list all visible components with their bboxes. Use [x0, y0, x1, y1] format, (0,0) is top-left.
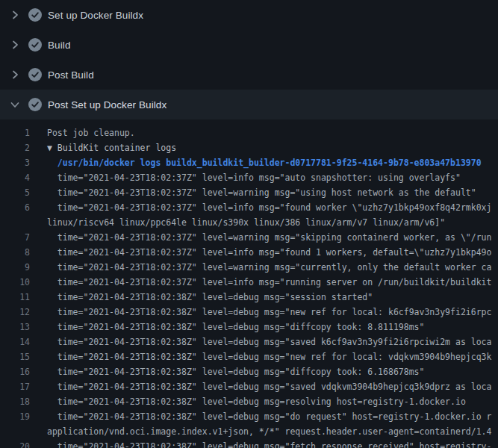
- log-line-text: time="2021-04-23T18:02:37Z" level=warnin…: [47, 185, 476, 200]
- log-line-number[interactable]: 10: [0, 275, 30, 290]
- log-line: 3 /usr/bin/docker logs buildx_buildkit_b…: [0, 155, 498, 170]
- log-line-number[interactable]: 9: [0, 260, 30, 275]
- log-line: 11 time="2021-04-23T18:02:38Z" level=deb…: [0, 290, 498, 305]
- log-line-number[interactable]: 18: [0, 394, 30, 409]
- log-line-text: time="2021-04-23T18:02:38Z" level=debug …: [47, 320, 424, 335]
- log-line-text: /usr/bin/docker logs buildx_buildkit_bui…: [47, 155, 482, 170]
- log-line: 9 time="2021-04-23T18:02:37Z" level=warn…: [0, 260, 498, 275]
- log-line: linux/riscv64 linux/ppc64le linux/s390x …: [0, 215, 498, 230]
- log-line-number[interactable]: [0, 424, 30, 439]
- log-line-text: time="2021-04-23T18:02:37Z" level=warnin…: [47, 230, 491, 245]
- log-line-number[interactable]: 1: [0, 125, 30, 140]
- log-line-text: time="2021-04-23T18:02:38Z" level=debug …: [47, 335, 491, 349]
- log-line: 7 time="2021-04-23T18:02:37Z" level=warn…: [0, 230, 498, 245]
- log-line: 4 time="2021-04-23T18:02:37Z" level=info…: [0, 170, 498, 185]
- log-line-number[interactable]: 3: [0, 155, 30, 170]
- log-line-number[interactable]: 7: [0, 230, 30, 245]
- step-row-post-setup-docker-buildx[interactable]: Post Set up Docker Buildx: [0, 90, 498, 119]
- log-line-text: time="2021-04-23T18:02:38Z" level=debug …: [47, 364, 424, 379]
- log-line-text: time="2021-04-23T18:02:37Z" level=info m…: [47, 200, 491, 215]
- log-line-number[interactable]: 16: [0, 364, 30, 379]
- log-line-text: time="2021-04-23T18:02:38Z" level=debug …: [47, 379, 491, 394]
- log-line: application/vnd.oci.image.index.v1+json,…: [0, 424, 498, 439]
- step-label: Build: [48, 40, 71, 51]
- log-line-text: time="2021-04-23T18:02:37Z" level=info m…: [47, 275, 491, 290]
- log-line-number[interactable]: 5: [0, 185, 30, 200]
- chevron-right-icon: [9, 9, 21, 21]
- log-area: 1Post job cleanup. 2▼ BuildKit container…: [0, 119, 498, 448]
- log-line-number[interactable]: 2: [0, 140, 30, 155]
- log-line-text: time="2021-04-23T18:02:37Z" level=warnin…: [47, 260, 491, 275]
- log-line: 10 time="2021-04-23T18:02:37Z" level=inf…: [0, 275, 498, 290]
- check-circle-icon: [28, 68, 42, 81]
- log-line-number[interactable]: 17: [0, 379, 30, 394]
- check-circle-icon: [28, 38, 42, 52]
- log-line-number[interactable]: 6: [0, 200, 30, 215]
- log-line: 12 time="2021-04-23T18:02:38Z" level=deb…: [0, 305, 498, 320]
- log-line-text: time="2021-04-23T18:02:38Z" level=debug …: [47, 305, 491, 320]
- log-line-number[interactable]: 20: [0, 439, 30, 448]
- log-line-text: Post job cleanup.: [47, 125, 135, 140]
- log-line-text: time="2021-04-23T18:02:38Z" level=debug …: [47, 349, 491, 364]
- log-line-number[interactable]: 11: [0, 290, 30, 305]
- steps-list: Set up Docker Buildx Build Post Build Po…: [0, 0, 498, 119]
- log-line-number[interactable]: 14: [0, 335, 30, 349]
- log-line: 8 time="2021-04-23T18:02:37Z" level=info…: [0, 245, 498, 260]
- step-row-post-build[interactable]: Post Build: [0, 60, 498, 90]
- step-label: Post Set up Docker Buildx: [48, 99, 166, 111]
- log-line-number[interactable]: 19: [0, 409, 30, 424]
- log-line-number[interactable]: 12: [0, 305, 30, 320]
- log-group-header: 2▼ BuildKit container logs: [0, 140, 498, 155]
- log-line: 17 time="2021-04-23T18:02:38Z" level=deb…: [0, 379, 498, 394]
- chevron-right-icon: [9, 69, 21, 81]
- log-line: 15 time="2021-04-23T18:02:38Z" level=deb…: [0, 349, 498, 364]
- log-line: 6 time="2021-04-23T18:02:37Z" level=info…: [0, 200, 498, 215]
- log-line-text: time="2021-04-23T18:02:37Z" level=info m…: [47, 170, 461, 185]
- log-line: 20 time="2021-04-23T18:02:38Z" level=deb…: [0, 439, 498, 448]
- log-line-text[interactable]: ▼ BuildKit container logs: [47, 140, 176, 155]
- log-line-text: time="2021-04-23T18:02:37Z" level=info m…: [47, 245, 491, 260]
- log-line: 5 time="2021-04-23T18:02:37Z" level=warn…: [0, 185, 498, 200]
- log-line: 16 time="2021-04-23T18:02:38Z" level=deb…: [0, 364, 498, 379]
- log-line: 14 time="2021-04-23T18:02:38Z" level=deb…: [0, 335, 498, 349]
- log-line-number[interactable]: 8: [0, 245, 30, 260]
- log-line: 1Post job cleanup.: [0, 125, 498, 140]
- chevron-down-icon: [9, 99, 21, 111]
- log-line-number[interactable]: 13: [0, 320, 30, 335]
- step-label: Set up Docker Buildx: [48, 10, 143, 21]
- log-line-text: time="2021-04-23T18:02:38Z" level=debug …: [47, 394, 466, 409]
- check-circle-icon: [28, 8, 42, 22]
- log-line-number[interactable]: [0, 215, 30, 230]
- step-label: Post Build: [48, 69, 94, 81]
- log-line-number[interactable]: 4: [0, 170, 30, 185]
- log-line: 19 time="2021-04-23T18:02:38Z" level=deb…: [0, 409, 498, 424]
- log-line-text: time="2021-04-23T18:02:38Z" level=debug …: [47, 439, 491, 448]
- check-circle-icon: [28, 98, 42, 111]
- log-line-text: time="2021-04-23T18:02:38Z" level=debug …: [47, 409, 491, 424]
- step-row-setup-docker-buildx[interactable]: Set up Docker Buildx: [0, 0, 498, 30]
- log-line: 18 time="2021-04-23T18:02:38Z" level=deb…: [0, 394, 498, 409]
- log-line-number[interactable]: 15: [0, 349, 30, 364]
- step-row-build[interactable]: Build: [0, 30, 498, 60]
- log-line-text: linux/riscv64 linux/ppc64le linux/s390x …: [47, 215, 445, 230]
- chevron-right-icon: [9, 39, 21, 51]
- log-line-text: application/vnd.oci.image.index.v1+json,…: [47, 424, 491, 439]
- log-line: 13 time="2021-04-23T18:02:38Z" level=deb…: [0, 320, 498, 335]
- log-line-text: time="2021-04-23T18:02:38Z" level=debug …: [47, 290, 373, 305]
